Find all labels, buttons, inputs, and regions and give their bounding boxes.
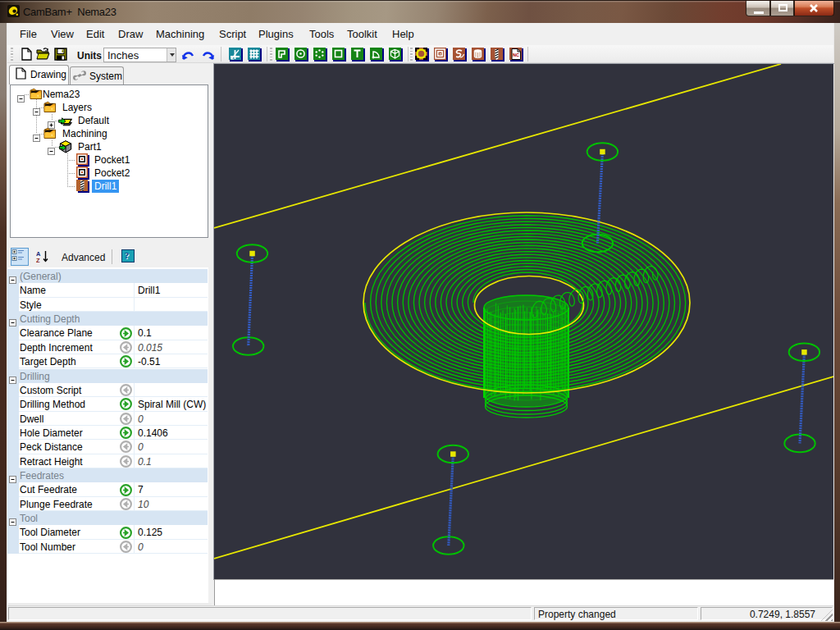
svg-text:NC: NC (513, 52, 519, 57)
svg-text:Z: Z (36, 257, 40, 263)
svg-text:?: ? (125, 250, 130, 260)
